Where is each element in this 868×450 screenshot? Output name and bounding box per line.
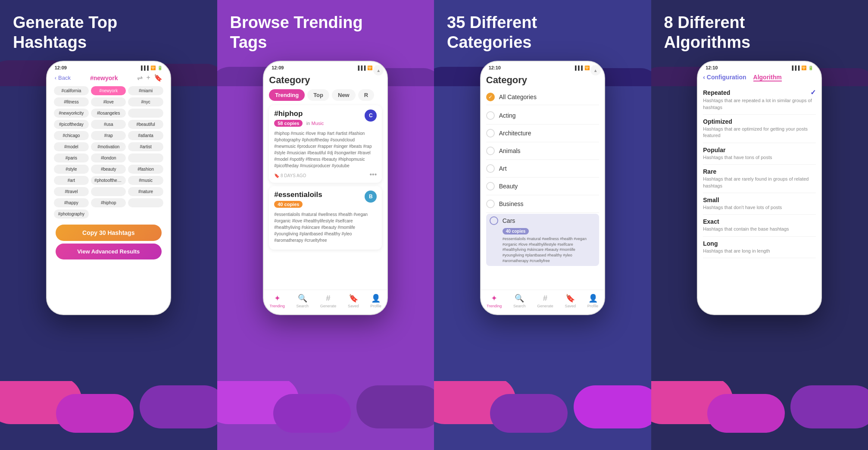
nav-search-3[interactable]: 🔍 Search [513,294,526,308]
hashtag-pill[interactable]: #model [54,142,89,151]
back-button[interactable]: ‹ Back [55,75,71,81]
category-item-cars-selected[interactable]: Cars 40 copies #essentialoils #natural #… [486,214,599,266]
algorithm-item-rare[interactable]: Rare Hashtags that are rarely found in g… [703,165,816,193]
hashtag-pill[interactable]: #music [128,176,163,185]
category-checkbox-beauty[interactable] [486,182,495,191]
nav-profile[interactable]: 👤 Profile [370,294,381,308]
status-icons-4: ▐▐▐ 🛜 🔋 [790,66,813,70]
bookmark-icon[interactable]: 🔖 [154,74,162,82]
algorithm-name-exact: Exact [703,218,816,225]
phone-mockup-3: 12:10 ▐▐▐ 🛜 🔋 Category ▲ ✓ All Categorie… [480,61,605,315]
hashtag-pill[interactable]: #love [91,97,126,106]
category-item-art[interactable]: Art [486,160,599,178]
category-item-acting[interactable]: Acting [486,107,599,125]
hashtag-pill[interactable]: #losangeles [91,109,126,118]
tab-trending[interactable]: Trending [269,89,305,101]
scroll-up-btn-3[interactable]: ▲ [590,65,601,75]
category-item-animals[interactable]: Animals [486,142,599,160]
hashtag-pill[interactable]: #beautiful [128,120,163,129]
panel-categories: 35 Different Categories 12:10 ▐▐▐ 🛜 🔋 Ca… [434,0,651,450]
tab-new[interactable]: New [332,89,356,101]
hashtag-pill[interactable]: #style [54,165,89,174]
hashtag-pill[interactable]: #paris [54,153,89,162]
category-item-architecture[interactable]: Architecture [486,125,599,142]
tab-top[interactable]: Top [307,89,329,101]
hashtag-pill[interactable]: #hiphop [91,198,126,207]
hashtag-pill[interactable]: #newyork [91,86,126,95]
algorithm-name-repeated: Repeated ✓ [703,88,816,97]
algorithm-item-optimized[interactable]: Optimized Hashtags that are optimized fo… [703,115,816,143]
copy-hashtags-button[interactable]: Copy 30 Hashtags [56,225,162,241]
category-item-business[interactable]: Business [486,195,599,213]
nav-generate-3[interactable]: # Generate [537,294,553,308]
hashtag-pill[interactable]: #photography [54,209,89,219]
nav-saved[interactable]: 🔖 Saved [348,294,359,308]
shuffle-icon[interactable]: ⇌ [137,74,143,82]
category-checkbox-animals[interactable] [486,147,495,155]
phone2-content: Category ▲ Trending Top New R #hiphop 58… [264,72,387,250]
category-checkbox-acting[interactable] [486,111,495,120]
algorithm-item-repeated[interactable]: Repeated ✓ Hashtags that are repeated a … [703,85,816,115]
algorithm-name-popular: Popular [703,147,816,153]
hashtag-pill[interactable]: #atlanta [128,131,163,140]
nav-search[interactable]: 🔍 Search [297,294,309,308]
hashtag-pill[interactable]: #travel [54,187,89,196]
category-checkbox-art[interactable] [486,164,495,173]
clouds-bottom-p2 [217,381,434,450]
hashtag-pill[interactable]: #artist [128,142,163,151]
checkmark-repeated: ✓ [810,88,816,97]
all-categories-checkbox[interactable]: ✓ [486,93,495,101]
hashtag-pill[interactable]: #miami [128,86,163,95]
hashtag-pill[interactable]: #nature [128,187,163,196]
category-name-business: Business [499,200,524,207]
nav-generate[interactable]: # Generate [320,294,337,308]
algorithm-item-long[interactable]: Long Hashtags that are long in length [703,237,816,258]
hashtag-pill[interactable] [128,153,163,162]
category-item-beauty[interactable]: Beauty [486,178,599,195]
nav-profile-3[interactable]: 👤 Profile [587,294,599,308]
all-categories-row[interactable]: ✓ All Categories [486,89,599,105]
nav-algorithm-tab[interactable]: Algorithm [753,74,782,81]
hashtag-pill[interactable]: #nyc [128,97,163,106]
saved-icon-3: 🔖 [565,294,575,303]
hashtag-pill[interactable]: #motivation [91,142,126,151]
scroll-up-btn[interactable]: ▲ [373,65,384,75]
hashtag-pill[interactable]: #photooftheday [91,176,126,185]
hashtag-pill[interactable]: #usa [91,120,126,129]
category-checkbox-architecture[interactable] [486,129,495,138]
view-advanced-button[interactable]: View Advanced Results [56,244,162,259]
nav-saved-3[interactable]: 🔖 Saved [565,294,576,308]
hashtag-pill[interactable]: #art [54,176,89,185]
algorithm-item-small[interactable]: Small Hashtags that don't have lots of p… [703,193,816,215]
algorithm-item-popular[interactable]: Popular Hashtags that have tons of posts [703,143,816,165]
hashtag-pill[interactable]: #beauty [91,165,126,174]
add-icon[interactable]: + [146,74,150,82]
panel-heading-4: 8 Different Algorithms [651,0,868,52]
hashtag-pill[interactable]: #london [91,153,126,162]
status-time-4: 12:10 [706,65,718,70]
hashtag-pill[interactable]: #california [54,86,89,95]
tag-more-hiphop[interactable]: ••• [369,171,377,178]
hashtag-pill[interactable]: #newyorkcity [54,109,89,118]
tab-row-2: Trending Top New R [269,89,382,101]
category-checkbox-cars[interactable] [490,216,498,225]
nav-trending[interactable]: ✦ Trending [270,294,285,308]
hashtag-pill[interactable]: #happy [54,198,89,207]
hashtag-pill[interactable] [128,109,163,118]
nav-configuration[interactable]: ‹ Configuration [703,74,746,81]
hashtag-pill[interactable]: #fashion [128,165,163,174]
tab-r[interactable]: R [358,89,374,101]
hashtag-pill[interactable]: #picoftheday [54,120,89,129]
nav-trending-3[interactable]: ✦ Trending [487,294,502,308]
hashtag-pill[interactable]: #fitness [54,97,89,106]
hashtag-pill[interactable]: #rap [91,131,126,140]
category-checkbox-business[interactable] [486,200,495,208]
algorithm-list: Repeated ✓ Hashtags that are repeated a … [703,85,816,258]
algorithm-item-exact[interactable]: Exact Hashtags that contain the base has… [703,215,816,236]
generate-icon: # [326,294,331,303]
hashtag-pill[interactable] [128,198,163,207]
hashtag-pill[interactable] [91,187,126,196]
hashtag-pill[interactable]: #chicago [54,131,89,140]
clouds-bottom-p3 [434,381,651,450]
algorithm-name-long: Long [703,240,816,247]
